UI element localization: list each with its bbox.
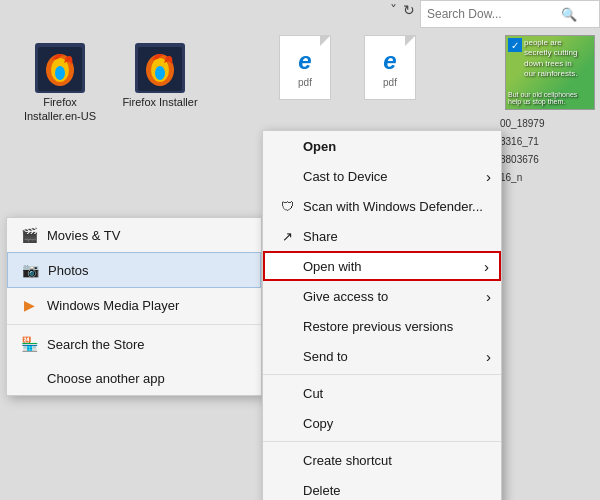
sendto-icon xyxy=(279,348,295,364)
pdf-icons-area: e pdf e pdf xyxy=(270,35,425,100)
menu-item-cast[interactable]: Cast to Device xyxy=(263,161,501,191)
file-icon-firefox-2[interactable]: Firefox Installer xyxy=(120,35,200,124)
submenu-separator-1 xyxy=(7,324,261,325)
menu-item-restore[interactable]: Restore previous versions xyxy=(263,311,501,341)
firefox-icon-svg-2 xyxy=(130,35,190,95)
moviestv-icon: 🎬 xyxy=(19,225,39,245)
menu-item-share[interactable]: ↗ Share xyxy=(263,221,501,251)
thumbnail-image[interactable]: ✓ people are secretly cutting down trees… xyxy=(505,35,595,110)
firefox-icon-svg xyxy=(30,35,90,95)
edge-logo-2: e xyxy=(383,47,396,75)
menu-label-open: Open xyxy=(303,139,336,154)
menu-item-copy[interactable]: Copy xyxy=(263,408,501,438)
svg-point-9 xyxy=(155,66,165,80)
menu-label-createshortcut: Create shortcut xyxy=(303,453,392,468)
context-menu: Open Cast to Device 🛡 Scan with Windows … xyxy=(262,130,502,500)
menu-label-share: Share xyxy=(303,229,338,244)
delete-icon xyxy=(279,482,295,498)
giveaccess-icon xyxy=(279,288,295,304)
store-icon: 🏪 xyxy=(19,334,39,354)
thumbnail-checkbox: ✓ xyxy=(508,38,522,52)
menu-label-giveaccess: Give access to xyxy=(303,289,388,304)
menu-separator-2 xyxy=(263,441,501,442)
pdf-icon-2[interactable]: e pdf xyxy=(355,35,425,100)
submenu-item-searchstore[interactable]: 🏪 Search the Store xyxy=(7,327,261,361)
file-icon-label-1: FirefoxInstaller.en-US xyxy=(24,95,96,124)
pdf-visual-2: e pdf xyxy=(364,35,416,100)
pdf-icon-1[interactable]: e pdf xyxy=(270,35,340,100)
file-icon-label-2: Firefox Installer xyxy=(122,95,197,109)
wmp-icon: ▶ xyxy=(19,295,39,315)
menu-label-delete: Delete xyxy=(303,483,341,498)
submenu-label-searchstore: Search the Store xyxy=(47,337,145,352)
chevron-down-icon[interactable]: ˅ xyxy=(390,2,397,18)
menu-item-scan[interactable]: 🛡 Scan with Windows Defender... xyxy=(263,191,501,221)
menu-label-sendto: Send to xyxy=(303,349,348,364)
menu-item-createshortcut[interactable]: Create shortcut xyxy=(263,445,501,475)
cast-icon xyxy=(279,168,295,184)
menu-label-cast: Cast to Device xyxy=(303,169,388,184)
menu-item-delete[interactable]: Delete xyxy=(263,475,501,500)
search-input[interactable] xyxy=(427,7,557,21)
submenu-item-photos[interactable]: 📷 Photos xyxy=(7,252,261,288)
submenu-item-anotherapp[interactable]: Choose another app xyxy=(7,361,261,395)
cut-icon xyxy=(279,385,295,401)
right-text-item-2: 3316_71 xyxy=(500,133,600,151)
right-text-item-3: 8803676 xyxy=(500,151,600,169)
thumbnail-bottom-text: But our old cellphoneshelp us stop them. xyxy=(508,91,577,105)
menu-label-copy: Copy xyxy=(303,416,333,431)
submenu-label-wmp: Windows Media Player xyxy=(47,298,179,313)
menu-item-open[interactable]: Open xyxy=(263,131,501,161)
menu-item-cut[interactable]: Cut xyxy=(263,378,501,408)
menu-item-giveaccess[interactable]: Give access to xyxy=(263,281,501,311)
menu-label-cut: Cut xyxy=(303,386,323,401)
submenu-label-moviestv: Movies & TV xyxy=(47,228,120,243)
openwith-submenu: 🎬 Movies & TV 📷 Photos ▶ Windows Media P… xyxy=(6,217,262,396)
refresh-icon[interactable]: ↻ xyxy=(403,2,415,18)
anotherapp-icon xyxy=(19,368,39,388)
scan-icon: 🛡 xyxy=(279,198,295,214)
menu-item-sendto[interactable]: Send to xyxy=(263,341,501,371)
share-icon: ↗ xyxy=(279,228,295,244)
file-icon-firefox-1[interactable]: FirefoxInstaller.en-US xyxy=(20,35,100,124)
top-navigation: ˅ ↻ xyxy=(390,2,415,18)
menu-label-restore: Restore previous versions xyxy=(303,319,453,334)
thumbnail-area: ✓ people are secretly cutting down trees… xyxy=(505,35,595,110)
desktop: ˅ ↻ 🔍 FirefoxInstaller.en-US xyxy=(0,0,600,500)
right-text-list: 00_18979 3316_71 8803676 16_n xyxy=(500,115,600,187)
createshortcut-icon xyxy=(279,452,295,468)
menu-label-openwith: Open with xyxy=(303,259,362,274)
submenu-label-photos: Photos xyxy=(48,263,88,278)
submenu-label-anotherapp: Choose another app xyxy=(47,371,165,386)
submenu-item-wmp[interactable]: ▶ Windows Media Player xyxy=(7,288,261,322)
pdf-badge-2: pdf xyxy=(383,77,397,88)
menu-separator-1 xyxy=(263,374,501,375)
open-icon xyxy=(279,138,295,154)
openwith-icon xyxy=(279,258,295,274)
menu-item-openwith[interactable]: Open with xyxy=(263,251,501,281)
pdf-badge-1: pdf xyxy=(298,77,312,88)
menu-label-scan: Scan with Windows Defender... xyxy=(303,199,483,214)
restore-icon xyxy=(279,318,295,334)
copy-icon xyxy=(279,415,295,431)
photos-icon: 📷 xyxy=(20,260,40,280)
right-text-item-4: 16_n xyxy=(500,169,600,187)
search-bar: 🔍 xyxy=(420,0,600,28)
thumbnail-top-text: people are secretly cutting down trees i… xyxy=(524,38,584,80)
search-icon: 🔍 xyxy=(561,7,577,22)
svg-point-4 xyxy=(55,66,65,80)
submenu-item-moviestv[interactable]: 🎬 Movies & TV xyxy=(7,218,261,252)
right-text-item-1: 00_18979 xyxy=(500,115,600,133)
edge-logo-1: e xyxy=(298,47,311,75)
file-icons-area: FirefoxInstaller.en-US Firefox Installer xyxy=(20,35,200,124)
pdf-visual-1: e pdf xyxy=(279,35,331,100)
